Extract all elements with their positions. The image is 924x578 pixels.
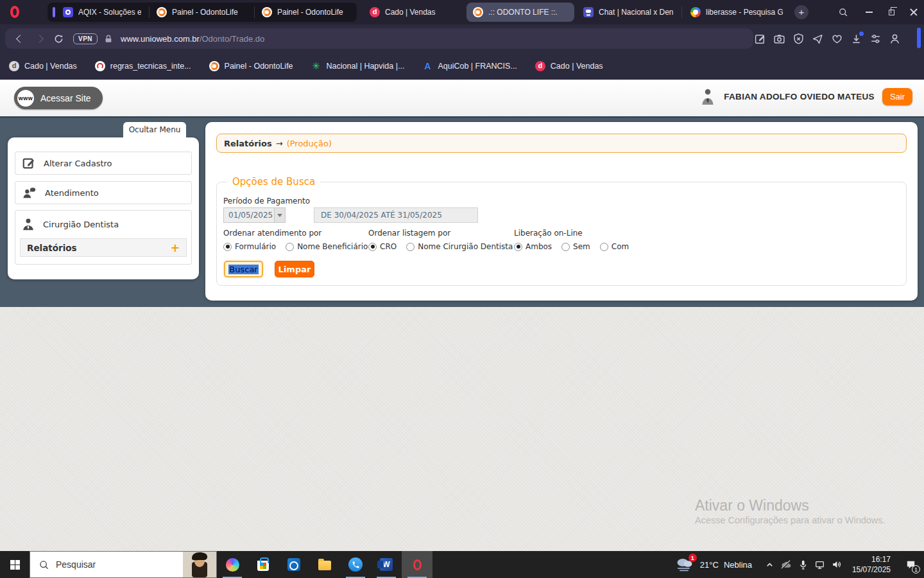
period-range-field[interactable]: DE 30/04/2025 ATÉ 31/05/2025 [314, 207, 478, 223]
sidebar-group-cirurgiao: Cirurgião Dentista Relatórios + [15, 210, 192, 265]
taskbar-app-word[interactable]: W [371, 551, 402, 578]
tab-search-icon[interactable] [834, 4, 852, 21]
radio-label: CRO [380, 242, 397, 251]
bookmark-cado-gray[interactable]: Cado | Vendas [9, 61, 77, 71]
volume-icon[interactable] [828, 551, 844, 578]
url-host[interactable]: www.unioweb.com.br [121, 34, 200, 44]
snapshot-camera-icon[interactable] [773, 33, 785, 45]
sidebar-toggle-pill[interactable] [917, 28, 921, 48]
action-center-button[interactable]: 1 [897, 551, 924, 578]
bookmark-nacional-hapvida[interactable]: Nacional | Hapvida |... [311, 61, 405, 71]
new-tab-button[interactable]: + [794, 5, 809, 19]
radio-icon[interactable] [406, 243, 415, 251]
opera-menu-icon[interactable] [10, 6, 19, 18]
radio-nome-beneficiario[interactable]: Nome Beneficiário [286, 242, 368, 251]
vpn-badge[interactable]: VPN [73, 33, 98, 44]
search-icon [38, 559, 49, 570]
edit-page-icon[interactable] [754, 33, 766, 45]
sidebar-item-alterar-cadastro[interactable]: Alterar Cadastro [15, 152, 192, 175]
period-select[interactable]: 01/05/2025 [223, 207, 286, 223]
clock-time: 16:17 [848, 554, 891, 565]
radio-label: Formulário [235, 242, 276, 251]
search-button[interactable]: Buscar [224, 261, 263, 277]
clear-button[interactable]: Limpar [275, 261, 314, 277]
network-icon[interactable] [811, 551, 828, 578]
forward-button[interactable] [30, 36, 49, 42]
logout-button[interactable]: Sair [882, 88, 912, 105]
bookmark-aquicob[interactable]: AquiCob | FRANCIS... [422, 61, 517, 71]
radio-cro[interactable]: CRO [368, 242, 397, 251]
radio-formulario[interactable]: Formulário [223, 242, 276, 251]
taskbar-app-copilot[interactable] [217, 551, 248, 578]
radio-label: Nome Cirurgião Dentista [418, 242, 513, 251]
fieldset-legend: Opções de Busca [227, 176, 320, 188]
tray-chevron-up-icon[interactable] [761, 551, 778, 578]
radio-ambos[interactable]: Ambos [514, 242, 552, 251]
tab-painel-2[interactable]: Painel - OdontoLife [255, 3, 355, 22]
tab-title: liberasse - Pesquisa Googl [706, 8, 783, 17]
tab-title: Chat | Nacional x Dental | | [599, 8, 673, 17]
radio-sem[interactable]: Sem [561, 242, 590, 251]
user-name: FABIAN ADOLFO OVIEDO MATEUS [724, 92, 875, 101]
minimize-button[interactable] [860, 4, 878, 21]
taskbar-search-box[interactable]: Pesquisar [30, 551, 217, 578]
taskbar-app-opera[interactable] [402, 551, 432, 578]
taskbar-app-store[interactable] [248, 551, 278, 578]
taskbar-app-outlook[interactable] [278, 551, 309, 578]
bookmark-heart-icon[interactable] [831, 33, 843, 45]
weather-badge: 1 [689, 554, 697, 562]
radio-icon[interactable] [368, 243, 377, 251]
tab-painel-1[interactable]: Painel - OdontoLife [150, 3, 253, 22]
search-options-fieldset: Opções de Busca Período de Pagamento 01/… [216, 182, 907, 286]
taskbar-weather[interactable]: 1 21°C Neblina [674, 556, 761, 573]
sidebar-item-relatorios[interactable]: Relatórios + [20, 238, 187, 257]
taskbar-app-phone[interactable] [340, 551, 371, 578]
bookmark-painel-odontolife[interactable]: Painel - OdontoLife [209, 61, 293, 71]
taskbar-app-explorer[interactable] [309, 551, 340, 578]
taskbar-clock[interactable]: 16:17 15/07/2025 [848, 554, 897, 575]
access-site-button[interactable]: www Acessar Site [14, 87, 103, 109]
reload-button[interactable] [49, 33, 68, 44]
tab-cado[interactable]: Cado | Vendas [363, 3, 454, 22]
sidebar-item-cirurgiao-dentista[interactable]: Cirurgião Dentista [15, 211, 191, 238]
radio-icon[interactable] [514, 243, 522, 251]
radio-label: Com [612, 242, 629, 251]
sidebar-item-atendimento[interactable]: Atendimento [15, 181, 192, 204]
shield-blocker-icon[interactable] [792, 33, 805, 45]
restore-button[interactable] [882, 4, 900, 21]
radio-icon[interactable] [600, 243, 608, 251]
bookmark-cado-red[interactable]: Cado | Vendas [535, 61, 603, 71]
tab-odonto-life-active[interactable]: .:: ODONTO LIFE ::. [466, 3, 574, 22]
onedrive-paused-icon[interactable] [778, 551, 794, 578]
microphone-icon[interactable] [794, 551, 811, 578]
tab-teams-chat[interactable]: Chat | Nacional x Dental | | [577, 3, 680, 22]
profile-icon[interactable] [889, 33, 901, 45]
tab-aqix[interactable]: AQIX - Soluções em telefo [56, 3, 148, 22]
hide-menu-tab[interactable]: Ocultar Menu [123, 122, 186, 137]
tab-google-search[interactable]: liberasse - Pesquisa Googl [684, 3, 789, 22]
url-path[interactable]: /Odonto/Trade.do [200, 34, 264, 44]
downloads-icon[interactable] [850, 33, 862, 45]
start-button[interactable] [0, 551, 30, 578]
user-avatar-icon [699, 87, 716, 105]
easy-setup-sliders-icon[interactable] [869, 33, 882, 45]
back-button[interactable] [10, 36, 30, 42]
url-bar[interactable]: VPN www.unioweb.com.br/Odonto/Trade.do [5, 28, 753, 49]
search-highlight-portrait[interactable] [183, 552, 216, 577]
radio-com[interactable]: Com [600, 242, 629, 251]
send-to-flow-icon[interactable] [812, 33, 824, 45]
radio-nome-cirurgiao[interactable]: Nome Cirurgião Dentista [406, 242, 513, 251]
dentist-person-icon [21, 217, 35, 231]
select-arrow[interactable] [274, 208, 285, 222]
bookmark-regras[interactable]: regras_tecnicas_inte... [95, 61, 191, 71]
group-label: Liberação on-Line [514, 229, 629, 238]
radio-icon[interactable] [561, 243, 570, 251]
close-button[interactable] [905, 4, 923, 21]
expand-plus-icon[interactable]: + [171, 241, 180, 254]
odontolife-favicon [473, 7, 483, 17]
breadcrumb: Relatórios → (Produção) [216, 134, 907, 153]
file-explorer-icon [318, 561, 331, 570]
radio-icon[interactable] [223, 243, 232, 251]
lock-icon[interactable] [104, 34, 113, 44]
radio-icon[interactable] [286, 243, 294, 251]
